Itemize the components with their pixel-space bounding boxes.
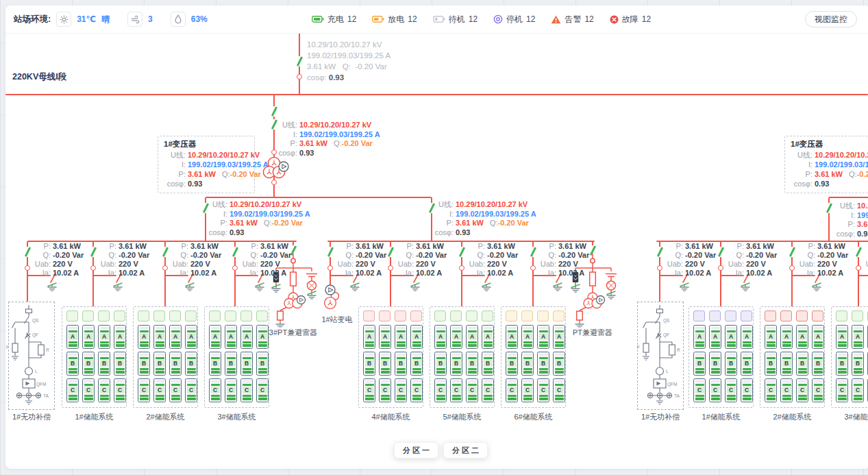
legend-item-charging[interactable]: 充电12 [312, 14, 356, 25]
ia-value: 10.02 A [190, 269, 216, 278]
battery-bar [767, 357, 776, 359]
battery-cell: C [98, 378, 110, 402]
battery-cluster-letter: B [743, 360, 752, 367]
uab-value: 220 V [685, 260, 705, 269]
battery-bar [814, 398, 823, 400]
measure-row: Q:-0.20 Var [726, 251, 777, 260]
battery-gap [508, 327, 517, 329]
battery-bar [412, 330, 421, 332]
battery-cluster-letter: A [484, 333, 493, 340]
battery-cell: C [410, 378, 423, 402]
battery-bar [140, 330, 149, 332]
battery-cluster-letter: B [436, 360, 445, 367]
ia-value: 10.02 A [260, 269, 286, 278]
p-label: P: [538, 242, 558, 251]
cos-value: 0.93 [230, 228, 244, 238]
battery-bar [539, 330, 548, 332]
battery-gap [84, 354, 93, 356]
measure-row: Ia:10.02 A [797, 269, 848, 278]
battery-cluster-letter: B [365, 360, 374, 367]
battery-cell: A [434, 325, 447, 349]
measure-row: P:3.61 kWQ:-0.20 Var [164, 169, 249, 179]
battery-cell: C [169, 378, 182, 402]
battery-bar [100, 384, 109, 386]
battery-gap [782, 354, 791, 356]
battery-cluster-letter: C [412, 387, 421, 393]
measure-row: Ia:10.02 A [726, 269, 777, 278]
ia-label: Ia: [726, 269, 746, 278]
battery-gap [743, 354, 752, 356]
ia-label: Ia: [98, 269, 119, 278]
i-value: 199.02/199.03/199.25 A [230, 210, 310, 219]
battery-bar [171, 344, 180, 346]
legend-count: 12 [526, 14, 535, 24]
battery-cluster-letter: A [814, 333, 823, 340]
battery-cluster-letter: C [727, 387, 736, 393]
battery-bar [436, 398, 445, 400]
battery-bar [84, 344, 93, 346]
battery-bar [508, 398, 517, 400]
p-value: 3.61 kW [685, 242, 713, 251]
measure-row: Uab:220 V [335, 260, 386, 269]
legend-item-standby[interactable]: 待机12 [433, 14, 478, 25]
battery-bar [854, 344, 863, 346]
battery-bar [727, 384, 736, 386]
battery-bar [727, 341, 736, 343]
battery-gap [508, 380, 517, 382]
battery-bar [711, 341, 720, 343]
battery-cell: C [553, 378, 565, 402]
legend-item-stopped[interactable]: 停机12 [493, 14, 535, 25]
battery-bar [211, 395, 220, 397]
battery-bar [523, 368, 532, 370]
svc-part-f: F [637, 345, 640, 350]
battery-gap [468, 327, 477, 329]
measure-row: cosφ:0.93 [206, 228, 310, 238]
feeder-readings: P:3.61 kWQ:-0.20 VarUab:220 VIa:10.02 A [467, 242, 518, 278]
battery-bar [381, 384, 390, 386]
battery-cluster-letter: B [397, 360, 406, 367]
battery-bar [69, 371, 77, 373]
battery-gap [381, 380, 390, 382]
battery-cell: C [114, 378, 126, 402]
uab-value: 220 V [817, 260, 837, 269]
pcs-status-indicator [225, 310, 236, 321]
battery-cell: A [256, 325, 269, 349]
battery-bar [539, 384, 548, 386]
battery-bar [484, 330, 493, 332]
battery-gap [711, 354, 720, 356]
battery-cluster-letter: C [140, 387, 149, 393]
zone-1-button[interactable]: 分区一 [394, 442, 438, 459]
uab-label: Uab: [170, 260, 190, 269]
q-value: -0.20 Var [272, 219, 303, 228]
battery-bar [365, 395, 374, 397]
storage-unit-name: 1#储能系统 [62, 412, 127, 422]
battery-bar [782, 368, 791, 370]
uab-label: Uab: [98, 260, 119, 269]
battery-bar [767, 384, 776, 386]
battery-gap [695, 380, 704, 382]
legend-item-discharging[interactable]: 放电12 [372, 14, 417, 25]
cos-label: cosφ: [273, 149, 299, 158]
measure-row: Uab:220 V [240, 260, 291, 269]
measure-row: Q:-0.20 Var [98, 251, 149, 260]
legend-item-fault[interactable]: 故障12 [610, 14, 651, 25]
legend-item-alarm[interactable]: 告警12 [551, 14, 593, 25]
battery-bar [452, 384, 461, 386]
battery-cell: B [169, 352, 182, 376]
battery-cluster-letter: A [397, 333, 406, 340]
battery-bar [258, 330, 267, 332]
q-value: -0.20 Var [685, 251, 716, 260]
header-bar: 站场环境: 31℃ 晴 3 63% 充电12放电12待机12停机12告警12故障… [5, 5, 868, 34]
battery-cell: B [153, 352, 166, 376]
battery-bar [484, 395, 493, 397]
pcs-status-indicator [434, 310, 446, 321]
u-label: U线: [206, 200, 230, 210]
battery-bar [156, 357, 164, 359]
battery-gap [243, 354, 251, 356]
temperature-value: 31℃ [77, 14, 96, 24]
view-monitor-button[interactable]: 视图监控 [805, 11, 857, 27]
feeder-readings: P:3.61 kWQ:-0.20 VarUab:220 VIa:10.02 A [538, 242, 589, 278]
zone-2-button[interactable]: 分区二 [443, 442, 488, 459]
measure-row: Uab:220 V [797, 260, 848, 269]
battery-cluster-letter: A [84, 333, 93, 340]
